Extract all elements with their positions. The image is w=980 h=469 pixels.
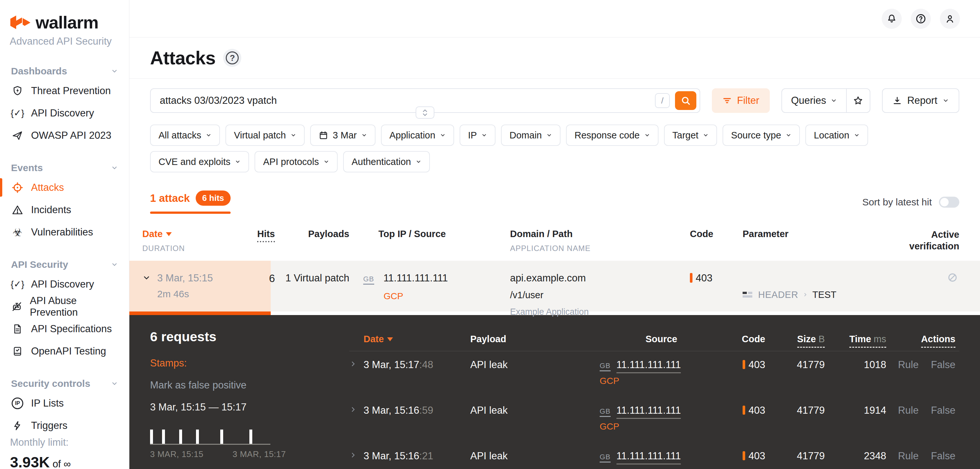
chip-target[interactable]: Target xyxy=(664,124,718,146)
notifications-bell-icon[interactable] xyxy=(882,9,902,29)
chip-location[interactable]: Location xyxy=(805,124,868,146)
page-help-icon[interactable]: ? xyxy=(223,49,241,67)
filter-chips-row-1: All attacks Virtual patch 3 Mar Applicat… xyxy=(150,124,959,146)
braces-check-icon: {✓} xyxy=(11,280,24,289)
request-ip[interactable]: 11.111.111.111 xyxy=(616,359,681,373)
sidebar-item-vulnerabilities[interactable]: ☣ Vulnerabilities xyxy=(0,221,129,243)
request-size: 41779 xyxy=(765,405,825,416)
false-action[interactable]: False xyxy=(931,450,955,462)
chip-date[interactable]: 3 Mar xyxy=(310,124,375,146)
brand-name: wallarm xyxy=(36,12,98,32)
chip-all-attacks[interactable]: All attacks xyxy=(150,124,220,146)
sidebar-item-owasp-api-2023[interactable]: OWASP API 2023 xyxy=(0,124,129,146)
sidebar-item-attacks[interactable]: Attacks xyxy=(0,176,129,199)
topbar xyxy=(129,0,980,38)
column-hits[interactable]: Hits xyxy=(257,229,275,242)
sort-by-latest-hit-toggle[interactable] xyxy=(939,197,959,208)
column-active-verification: Active verification xyxy=(873,229,959,253)
queries-button[interactable]: Queries xyxy=(782,89,846,112)
request-code: 403 xyxy=(748,450,765,462)
column-date[interactable]: Date xyxy=(142,229,172,239)
request-ip[interactable]: 11.111.111.111 xyxy=(616,405,681,419)
section-security-controls[interactable]: Security controls xyxy=(0,375,129,392)
request-ip[interactable]: 11.111.111.111 xyxy=(616,450,681,464)
mark-false-positive-link[interactable]: Mark as false positive xyxy=(150,379,331,391)
sidebar-item-api-discovery-2[interactable]: {✓} API Discovery xyxy=(0,273,129,295)
expand-chevron-icon[interactable] xyxy=(349,360,364,368)
sidebar-item-openapi-testing[interactable]: OpenAPI Testing xyxy=(0,340,129,362)
chip-virtual-patch[interactable]: Virtual patch xyxy=(226,124,305,146)
rule-action[interactable]: Rule xyxy=(898,359,918,370)
sidebar-item-label: API Abuse Prevention xyxy=(30,295,118,318)
column-size[interactable]: Size B xyxy=(765,329,825,345)
attack-row[interactable]: 3 Mar, 15:15 2m 46s 6 1 Virtual patch GB… xyxy=(129,261,980,315)
country-badge: GB xyxy=(600,362,611,371)
help-icon[interactable] xyxy=(911,9,931,29)
attack-ip[interactable]: 11.111.111.111 xyxy=(383,272,448,284)
sort-desc-icon xyxy=(166,232,172,236)
bot-blocked-icon xyxy=(11,301,23,312)
request-row[interactable]: 3 Mar, 15:16:59 API leak GB11.111.111.11… xyxy=(349,397,959,442)
attack-payloads: 1 Virtual patch xyxy=(275,272,349,317)
search-expander[interactable] xyxy=(415,107,434,119)
user-icon[interactable] xyxy=(940,9,960,29)
sidebar-item-api-specifications[interactable]: API Specifications xyxy=(0,318,129,340)
source-tag[interactable]: GCP xyxy=(600,467,681,469)
attack-domain: api.example.com xyxy=(510,272,586,284)
sidebar-item-label: Triggers xyxy=(31,420,68,431)
chip-response-code[interactable]: Response code xyxy=(566,124,659,146)
favorite-star-button[interactable] xyxy=(847,89,870,112)
header-param-icon xyxy=(743,292,752,297)
sidebar-item-threat-prevention[interactable]: Threat Prevention xyxy=(0,79,129,102)
column-payload: Payload xyxy=(470,329,600,345)
attack-hits: 6 xyxy=(256,272,275,317)
chip-application[interactable]: Application xyxy=(381,124,454,146)
collapse-chevron-icon[interactable] xyxy=(142,273,151,317)
filter-button[interactable]: Filter xyxy=(712,88,770,113)
sidebar-item-api-abuse-prevention[interactable]: API Abuse Prevention xyxy=(0,295,129,318)
column-date[interactable]: Date xyxy=(364,329,470,345)
chip-source-type[interactable]: Source type xyxy=(722,124,800,146)
active-indicator xyxy=(0,178,2,197)
attacks-tab[interactable]: 1 attack 6 hits xyxy=(150,191,231,214)
download-icon xyxy=(892,96,902,105)
sidebar-item-incidents[interactable]: Incidents xyxy=(0,199,129,221)
request-row[interactable]: 3 Mar, 15:16:21 API leak GB11.111.111.11… xyxy=(349,442,959,469)
expand-chevron-icon[interactable] xyxy=(349,405,364,413)
request-size: 41779 xyxy=(765,450,825,462)
column-time[interactable]: Time ms xyxy=(825,329,886,345)
expand-chevron-icon[interactable] xyxy=(349,451,364,459)
false-action[interactable]: False xyxy=(931,359,955,370)
request-row[interactable]: 3 Mar, 15:17:48 API leak GB11.111.111.11… xyxy=(349,351,959,397)
search-input[interactable] xyxy=(160,95,655,107)
chip-api-protocols[interactable]: API protocols xyxy=(255,151,337,172)
report-button[interactable]: Report xyxy=(882,88,959,113)
chip-authentication[interactable]: Authentication xyxy=(343,151,430,172)
chip-domain[interactable]: Domain xyxy=(501,124,560,146)
rule-action[interactable]: Rule xyxy=(898,405,918,416)
sidebar-item-triggers[interactable]: Triggers xyxy=(0,414,129,437)
chip-ip[interactable]: IP xyxy=(460,124,495,146)
section-api-security[interactable]: API Security xyxy=(0,256,129,273)
source-tag[interactable]: GCP xyxy=(383,291,504,302)
requests-table: Date Payload Source Code Size B Time ms … xyxy=(349,329,959,469)
sidebar-item-api-discovery[interactable]: {✓} API Discovery xyxy=(0,102,129,124)
request-code: 403 xyxy=(748,359,765,370)
rule-action[interactable]: Rule xyxy=(898,450,918,462)
status-tick xyxy=(743,360,745,369)
column-actions[interactable]: Actions xyxy=(886,329,959,345)
sidebar-item-ip-lists[interactable]: IP IP Lists xyxy=(0,392,129,414)
false-action[interactable]: False xyxy=(931,405,955,416)
search-button[interactable] xyxy=(675,91,696,110)
chip-cve-exploits[interactable]: CVE and exploits xyxy=(150,151,249,172)
slash-shortcut-key: / xyxy=(655,93,670,108)
section-dashboards[interactable]: Dashboards xyxy=(0,63,129,79)
section-events[interactable]: Events xyxy=(0,159,129,176)
source-tag[interactable]: GCP xyxy=(600,421,681,432)
book-check-icon xyxy=(11,346,24,357)
country-badge: GB xyxy=(600,453,611,463)
page-title: Attacks xyxy=(150,47,215,68)
star-icon xyxy=(853,95,863,106)
source-tag[interactable]: GCP xyxy=(600,376,681,386)
sidebar-item-label: Attacks xyxy=(31,182,64,194)
